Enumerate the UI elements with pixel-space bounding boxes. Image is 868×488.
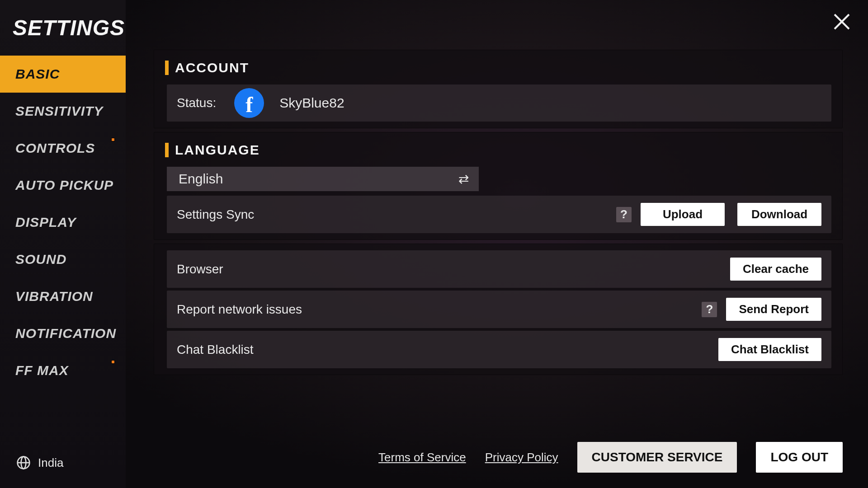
settings-sync-row: Settings Sync ? Upload Download — [167, 196, 831, 233]
chat-blacklist-row: Chat Blacklist Chat Blacklist — [167, 331, 831, 368]
chat-blacklist-label: Chat Blacklist — [177, 343, 254, 357]
browser-row: Browser Clear cache — [167, 250, 831, 288]
corner-decor — [778, 0, 868, 54]
language-selector[interactable]: English ⇄ — [167, 167, 479, 191]
sidebar: SETTINGS BASICSENSITIVITYCONTROLSAUTO PI… — [0, 0, 126, 488]
page-title: SETTINGS — [0, 0, 126, 56]
sidebar-item-ff-max[interactable]: FF MAX — [0, 352, 126, 389]
accent-bar — [165, 61, 169, 75]
language-panel: LANGUAGE English ⇄ Settings Sync ? Uploa… — [154, 132, 843, 240]
clear-cache-button[interactable]: Clear cache — [730, 258, 821, 281]
account-header-label: ACCOUNT — [175, 60, 249, 75]
misc-panel: Browser Clear cache Report network issue… — [154, 244, 843, 375]
region-indicator[interactable]: India — [16, 455, 63, 470]
browser-label: Browser — [177, 262, 223, 277]
account-status-row: Status: f SkyBlue82 — [167, 84, 831, 122]
sidebar-item-sensitivity[interactable]: SENSITIVITY — [0, 93, 126, 130]
sidebar-item-sound[interactable]: SOUND — [0, 241, 126, 278]
close-button[interactable] — [831, 11, 853, 33]
notification-dot — [111, 138, 115, 141]
terms-link[interactable]: Terms of Service — [378, 450, 466, 465]
sidebar-item-vibration[interactable]: VIBRATION — [0, 278, 126, 315]
download-button[interactable]: Download — [737, 203, 821, 226]
sidebar-item-notification[interactable]: NOTIFICATION — [0, 315, 126, 352]
language-header: LANGUAGE — [154, 132, 842, 164]
account-panel: ACCOUNT Status: f SkyBlue82 — [154, 50, 843, 128]
language-selected: English — [179, 171, 223, 187]
send-report-button[interactable]: Send Report — [726, 298, 821, 321]
help-icon[interactable]: ? — [616, 207, 632, 222]
logout-button[interactable]: LOG OUT — [756, 442, 843, 473]
globe-icon — [16, 455, 31, 470]
swap-icon: ⇄ — [458, 172, 467, 187]
sidebar-item-display[interactable]: DISPLAY — [0, 204, 126, 241]
sidebar-item-controls[interactable]: CONTROLS — [0, 130, 126, 167]
help-icon[interactable]: ? — [702, 302, 717, 317]
settings-sync-label: Settings Sync — [177, 207, 254, 222]
status-label: Status: — [177, 96, 216, 110]
region-label: India — [38, 456, 63, 470]
footer: Terms of Service Privacy Policy CUSTOMER… — [136, 442, 843, 473]
report-label: Report network issues — [177, 302, 302, 317]
main-content: ACCOUNT Status: f SkyBlue82 LANGUAGE Eng… — [154, 50, 843, 375]
close-icon — [833, 13, 851, 31]
sidebar-item-basic[interactable]: BASIC — [0, 56, 126, 93]
account-username: SkyBlue82 — [279, 95, 344, 111]
notification-dot — [111, 360, 115, 364]
facebook-icon: f — [234, 88, 264, 118]
report-row: Report network issues ? Send Report — [167, 291, 831, 328]
privacy-link[interactable]: Privacy Policy — [485, 450, 558, 465]
sidebar-nav: BASICSENSITIVITYCONTROLSAUTO PICKUPDISPL… — [0, 56, 126, 488]
sidebar-item-auto-pickup[interactable]: AUTO PICKUP — [0, 167, 126, 204]
chat-blacklist-button[interactable]: Chat Blacklist — [718, 338, 821, 361]
accent-bar — [165, 143, 169, 157]
account-header: ACCOUNT — [154, 50, 842, 82]
customer-service-button[interactable]: CUSTOMER SERVICE — [577, 442, 737, 473]
language-header-label: LANGUAGE — [175, 142, 260, 158]
upload-button[interactable]: Upload — [641, 203, 725, 226]
